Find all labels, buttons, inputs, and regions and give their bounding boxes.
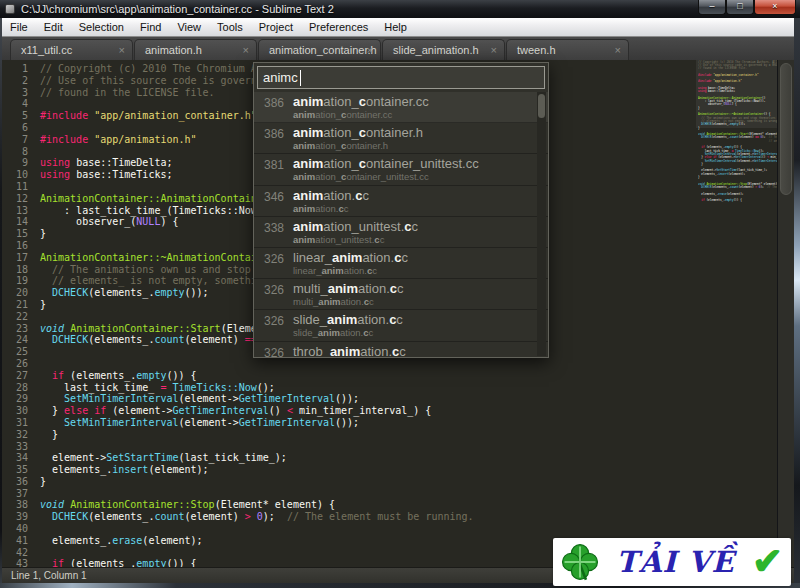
tab-label: animation_container.h [269, 44, 377, 56]
code-line: last_tick_time_ = TimeTicks::Now(); [40, 382, 504, 394]
result-path: slide_animation.cc [293, 327, 403, 339]
code-line [40, 441, 504, 453]
tab-close-icon[interactable]: × [491, 40, 497, 60]
menu-tools[interactable]: Tools [209, 18, 251, 36]
result-row[interactable]: 326throb_animation.ccthrob_animation.cc [254, 342, 548, 359]
result-filename: animation_container.cc [293, 95, 429, 109]
code-line: element->SetStartTime(last_tick_time_); [40, 452, 504, 464]
watermark-label: TẢI VỀ [616, 545, 734, 579]
tab-label: x11_util.cc [21, 44, 72, 56]
code-line: DCHECK(elements_.count(element) > 0); //… [698, 186, 777, 189]
code-line: elements_.insert(element); [40, 464, 504, 476]
minimap-viewport[interactable] [696, 60, 777, 128]
tab-close-icon[interactable]: × [615, 40, 621, 60]
menu-find[interactable]: Find [132, 18, 169, 36]
tab-close-icon[interactable]: × [367, 40, 373, 60]
maximize-button[interactable]: □ [726, 0, 754, 15]
popup-scrollbar[interactable] [537, 92, 546, 356]
menu-edit[interactable]: Edit [36, 18, 71, 36]
query-text: animc [263, 70, 298, 85]
result-path: animation_container_unittest.cc [293, 171, 479, 183]
result-row[interactable]: 326slide_animation.ccslide_animation.cc [254, 310, 548, 341]
result-score: 386 [254, 126, 284, 153]
tab-slide_animation.h[interactable]: slide_animation.h× [382, 39, 505, 60]
code-line: } [40, 429, 504, 441]
minimap[interactable]: // Copyright (c) 2010 The Chromium Autho… [696, 60, 777, 567]
result-path: animation_container.h [293, 140, 423, 152]
result-row[interactable]: 326multi_animation.ccmulti_animation.cc [254, 279, 548, 310]
result-score: 326 [254, 313, 284, 340]
scrollbar-thumb[interactable] [780, 63, 792, 195]
result-filename: animation_container.h [293, 126, 423, 140]
sublime-text-window: C:\JJ\chromium\src\app\animation_contain… [0, 0, 800, 588]
app-icon [5, 4, 15, 14]
menu-selection[interactable]: Selection [71, 18, 132, 36]
code-line: SetMinTimerInterval(element->GetTimerInt… [698, 159, 777, 162]
result-score: 381 [254, 157, 284, 184]
result-row[interactable]: 381animation_container_unittest.ccanimat… [254, 154, 548, 185]
text-caret [300, 70, 301, 86]
code-line: } [40, 476, 504, 488]
code-line: } else if (element->GetTimerInterval() <… [40, 405, 504, 417]
title-bar[interactable]: C:\JJ\chromium\src\app\animation_contain… [0, 0, 800, 18]
tab-close-icon[interactable]: × [119, 40, 125, 60]
code-line [40, 523, 504, 535]
menu-file[interactable]: File [2, 18, 36, 36]
result-score: 326 [254, 345, 284, 359]
menu-view[interactable]: View [169, 18, 209, 36]
result-score: 338 [254, 220, 284, 247]
result-path: animation_container.cc [293, 109, 429, 121]
menu-bar: FileEditSelectionFindViewToolsProjectPre… [2, 18, 798, 37]
result-filename: linear_animation.cc [293, 251, 408, 265]
result-row[interactable]: 346animation.ccanimation.cc [254, 186, 548, 217]
tab-label: tween.h [517, 44, 556, 56]
tab-tween.h[interactable]: tween.h× [506, 39, 629, 60]
result-path: animation_unittest.cc [293, 234, 418, 246]
tab-animation.h[interactable]: animation.h× [134, 39, 257, 60]
vertical-scrollbar[interactable] [778, 60, 794, 567]
window-border-left [0, 18, 2, 588]
download-watermark: TẢI VỀ ✔ [553, 538, 791, 586]
code-line: SetMinTimerInterval(element->GetTimerInt… [40, 393, 504, 405]
code-line: if (elements_.empty()) { [40, 370, 504, 382]
menu-help[interactable]: Help [376, 18, 415, 36]
tab-bar: x11_util.cc×animation.h×animation_contai… [2, 37, 798, 60]
result-path: animation.cc [293, 203, 369, 215]
popup-scrollbar-thumb[interactable] [538, 94, 545, 118]
tab-close-icon[interactable]: × [243, 40, 249, 60]
code-line [40, 358, 504, 370]
clover-icon [561, 543, 599, 581]
result-row[interactable]: 386animation_container.ccanimation_conta… [254, 92, 548, 123]
tab-x11_util.cc[interactable]: x11_util.cc× [10, 39, 133, 60]
result-score: 326 [254, 282, 284, 309]
menu-preferences[interactable]: Preferences [301, 18, 376, 36]
result-path: linear_animation.cc [293, 265, 408, 277]
result-filename: animation.cc [293, 189, 369, 203]
code-line: if (elements_.empty()) { [40, 558, 504, 567]
result-filename: multi_animation.cc [293, 282, 404, 296]
tab-label: slide_animation.h [393, 44, 479, 56]
cursor-position: Line 1, Column 1 [11, 570, 87, 581]
code-line: DCHECK(elements_.count(element) > 0); //… [40, 511, 504, 523]
minimize-button[interactable]: – [698, 0, 726, 15]
code-line [40, 488, 504, 500]
result-row[interactable]: 386animation_container.hanimation_contai… [254, 123, 548, 154]
result-row[interactable]: 326linear_animation.cclinear_animation.c… [254, 248, 548, 279]
menu-project[interactable]: Project [251, 18, 301, 36]
close-button[interactable]: × [754, 0, 796, 15]
code-line: elements_.erase(element); [40, 535, 504, 547]
result-score: 386 [254, 95, 284, 122]
window-border-right [794, 18, 800, 588]
result-score: 326 [254, 251, 284, 278]
result-row[interactable]: 338animation_unittest.ccanimation_unitte… [254, 217, 548, 248]
tab-label: animation.h [145, 44, 202, 56]
window-title: C:\JJ\chromium\src\app\animation_contain… [21, 3, 334, 15]
code-line [40, 547, 504, 559]
result-path: multi_animation.cc [293, 296, 404, 308]
result-list: 386animation_container.ccanimation_conta… [254, 92, 548, 358]
result-filename: throb_animation.cc [293, 345, 406, 359]
tab-animation_container.h[interactable]: animation_container.h× [258, 39, 381, 60]
code-line: if (elements_.empty()) { [698, 199, 777, 202]
goto-anything-input[interactable]: animc [257, 66, 545, 89]
caption-buttons: – □ × [698, 0, 796, 15]
